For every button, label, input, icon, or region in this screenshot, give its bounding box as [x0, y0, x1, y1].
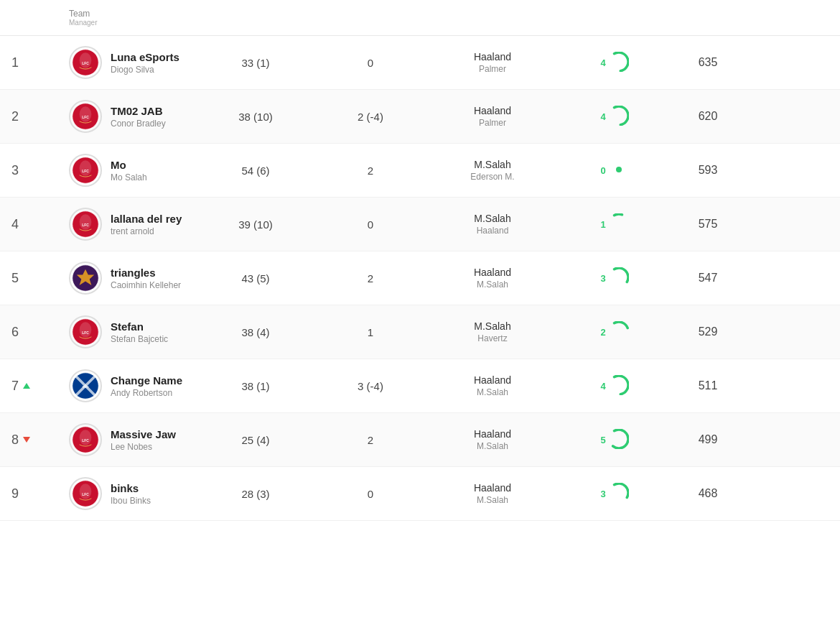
team-cell[interactable]: LFC lallana del rey trent arnold	[69, 208, 198, 241]
team-cell[interactable]: triangles Caoimhin Kelleher	[69, 262, 198, 295]
table-header: TeamManager	[0, 0, 840, 36]
rank-arrow-down-icon	[23, 437, 30, 443]
svg-point-26	[80, 484, 92, 499]
svg-text:SCO: SCO	[82, 385, 89, 389]
captain-cell: Haaland M.Salah	[428, 374, 557, 397]
gwt-cell: 2	[313, 272, 428, 285]
gw-cell: 39 (10)	[198, 218, 313, 231]
team-name: Luna eSports	[111, 51, 179, 63]
rank-cell: 6	[11, 325, 69, 340]
rank-number: 8	[11, 433, 19, 448]
rank-cell: 4	[11, 217, 69, 232]
table-row[interactable]: 3 LFC Mo Mo Salah 54 (6) 2 M.Salah Eders…	[0, 144, 840, 198]
table-body: 1 LFC Luna eSports Diogo Silva 33 (1) 0 …	[0, 36, 840, 521]
svg-point-7	[80, 160, 92, 175]
svg-text:LFC: LFC	[82, 331, 89, 335]
rank-number: 3	[11, 163, 19, 178]
manager-name: trent arnold	[111, 226, 182, 236]
inplay-number: 2	[600, 327, 605, 338]
team-badge: SCO	[69, 369, 102, 402]
team-info: Stefan Stefan Bajcetic	[111, 320, 168, 344]
vice-name: M.Salah	[428, 495, 557, 505]
svg-point-1	[80, 52, 92, 68]
manager-name: Diogo Silva	[111, 65, 179, 75]
gwt-cell: 2	[313, 434, 428, 446]
manager-name: Ibou Binks	[111, 496, 151, 506]
team-cell[interactable]: LFC Massive Jaw Lee Nobes	[69, 423, 198, 456]
inplay-spinner-icon	[609, 321, 629, 343]
team-info: Luna eSports Diogo Silva	[111, 51, 179, 75]
team-cell[interactable]: LFC TM02 JAB Conor Bradley	[69, 100, 198, 133]
captain-name: Haaland	[428, 428, 557, 440]
captain-name: M.Salah	[428, 159, 557, 170]
inplay-number: 4	[600, 57, 605, 68]
rank-number: 4	[11, 217, 19, 232]
team-cell[interactable]: SCO Change Name Andy Robertson	[69, 369, 198, 402]
team-cell[interactable]: LFC Stefan Stefan Bajcetic	[69, 315, 198, 348]
tp-cell: 593	[672, 164, 744, 177]
tp-cell: 547	[672, 272, 744, 285]
team-name: lallana del rey	[111, 213, 182, 225]
captain-name: Haaland	[428, 267, 557, 278]
table-row[interactable]: 4 LFC lallana del rey trent arnold 39 (1…	[0, 198, 840, 251]
captain-cell: M.Salah Haaland	[428, 213, 557, 236]
table-row[interactable]: 7 SCO Change Name Andy Robertson 38 (1) …	[0, 359, 840, 413]
table-row[interactable]: 2 LFC TM02 JAB Conor Bradley 38 (10) 2 (…	[0, 90, 840, 144]
rank-arrow-up-icon	[23, 383, 30, 389]
inplay-cell: 4	[557, 375, 672, 397]
gwt-cell: 2 (-4)	[313, 111, 428, 123]
team-cell[interactable]: LFC binks Ibou Binks	[69, 477, 198, 510]
gwt-cell: 3 (-4)	[313, 380, 428, 392]
table-row[interactable]: 8 LFC Massive Jaw Lee Nobes 25 (4) 2 Haa…	[0, 413, 840, 467]
gw-cell: 54 (6)	[198, 165, 313, 177]
inplay-number: 4	[600, 111, 605, 122]
manager-name: Mo Salah	[111, 172, 147, 182]
team-name: Stefan	[111, 320, 168, 333]
tp-cell: 468	[672, 487, 744, 500]
vice-name: M.Salah	[428, 279, 557, 290]
gwt-cell: 2	[313, 165, 428, 177]
team-info: Mo Mo Salah	[111, 159, 147, 182]
gw-cell: 38 (4)	[198, 326, 313, 338]
tp-cell: 575	[672, 218, 744, 231]
rank-cell: 5	[11, 271, 69, 286]
gw-cell: 25 (4)	[198, 434, 313, 446]
team-info: Massive Jaw Lee Nobes	[111, 428, 176, 452]
svg-point-4	[80, 106, 92, 121]
svg-text:LFC: LFC	[82, 223, 89, 227]
team-cell[interactable]: LFC Mo Mo Salah	[69, 154, 198, 187]
inplay-cell: 4	[557, 106, 672, 128]
vice-name: Palmer	[428, 118, 557, 128]
svg-text:LFC: LFC	[82, 439, 89, 443]
table-row[interactable]: 9 LFC binks Ibou Binks 28 (3) 0 Haaland …	[0, 467, 840, 521]
inplay-cell: 5	[557, 429, 672, 451]
inplay-spinner-icon	[609, 375, 629, 397]
gw-cell: 28 (3)	[198, 488, 313, 500]
gwt-cell: 0	[313, 488, 428, 500]
table-row[interactable]: 1 LFC Luna eSports Diogo Silva 33 (1) 0 …	[0, 36, 840, 90]
team-cell[interactable]: LFC Luna eSports Diogo Silva	[69, 46, 198, 79]
team-badge: LFC	[69, 477, 102, 510]
vice-name: M.Salah	[428, 387, 557, 397]
rank-number: 1	[11, 55, 19, 70]
team-name: Mo	[111, 159, 147, 171]
inplay-cell: 3	[557, 267, 672, 290]
captain-cell: Haaland M.Salah	[428, 428, 557, 451]
inplay-spinner-icon	[609, 213, 629, 236]
vice-name: Haaland	[428, 226, 557, 236]
team-name: Change Name	[111, 374, 182, 387]
captain-name: Haaland	[428, 105, 557, 116]
captain-cell: M.Salah Havertz	[428, 320, 557, 343]
inplay-spinner-icon	[609, 52, 629, 74]
team-name: Massive Jaw	[111, 428, 176, 440]
gwt-cell: 1	[313, 326, 428, 338]
team-name: binks	[111, 482, 151, 494]
inplay-cell: 1	[557, 213, 672, 236]
rank-number: 9	[11, 486, 19, 501]
table-row[interactable]: 5 triangles Caoimhin Kelleher 43 (5) 2 H…	[0, 251, 840, 305]
captain-cell: M.Salah Ederson M.	[428, 159, 557, 182]
table-row[interactable]: 6 LFC Stefan Stefan Bajcetic 38 (4) 1 M.…	[0, 305, 840, 359]
svg-text:LFC: LFC	[82, 170, 89, 173]
inplay-number: 4	[600, 381, 605, 392]
vice-name: M.Salah	[428, 441, 557, 451]
